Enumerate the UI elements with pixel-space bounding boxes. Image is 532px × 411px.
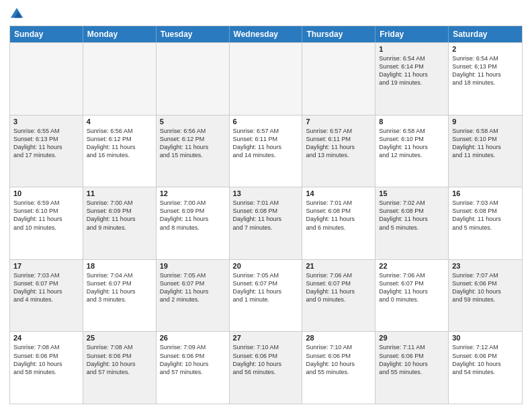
day-cell-11: 11Sunrise: 7:00 AM Sunset: 6:09 PM Dayli… (83, 187, 157, 259)
logo (9, 7, 26, 21)
day-number: 28 (306, 334, 371, 342)
day-cell-18: 18Sunrise: 7:04 AM Sunset: 6:07 PM Dayli… (83, 260, 157, 332)
day-number: 20 (233, 262, 299, 270)
day-number: 19 (160, 262, 226, 270)
day-cell-28: 28Sunrise: 7:10 AM Sunset: 6:06 PM Dayli… (302, 332, 375, 404)
calendar-row-1: 3Sunrise: 6:55 AM Sunset: 6:13 PM Daylig… (10, 115, 522, 187)
day-info: Sunrise: 7:00 AM Sunset: 6:09 PM Dayligh… (160, 199, 226, 232)
calendar-row-4: 24Sunrise: 7:08 AM Sunset: 6:06 PM Dayli… (10, 331, 522, 404)
day-cell-7: 7Sunrise: 6:57 AM Sunset: 6:11 PM Daylig… (302, 116, 375, 187)
day-of-week-sunday: Sunday (10, 26, 83, 42)
day-number: 27 (233, 334, 299, 342)
day-of-week-thursday: Thursday (302, 26, 375, 42)
day-of-week-friday: Friday (375, 26, 449, 42)
empty-cell (10, 43, 83, 115)
calendar: SundayMondayTuesdayWednesdayThursdayFrid… (9, 26, 523, 404)
day-number: 14 (306, 189, 371, 197)
day-cell-3: 3Sunrise: 6:55 AM Sunset: 6:13 PM Daylig… (10, 116, 83, 187)
day-cell-6: 6Sunrise: 6:57 AM Sunset: 6:11 PM Daylig… (230, 116, 303, 187)
day-info: Sunrise: 7:03 AM Sunset: 6:08 PM Dayligh… (452, 199, 519, 232)
calendar-row-2: 10Sunrise: 6:59 AM Sunset: 6:10 PM Dayli… (10, 187, 522, 259)
calendar-row-0: 1Sunrise: 6:54 AM Sunset: 6:14 PM Daylig… (10, 42, 522, 115)
day-cell-2: 2Sunrise: 6:54 AM Sunset: 6:13 PM Daylig… (449, 43, 522, 115)
day-cell-30: 30Sunrise: 7:12 AM Sunset: 6:06 PM Dayli… (449, 332, 522, 404)
day-info: Sunrise: 7:05 AM Sunset: 6:07 PM Dayligh… (160, 271, 226, 304)
day-cell-19: 19Sunrise: 7:05 AM Sunset: 6:07 PM Dayli… (157, 260, 230, 332)
page: SundayMondayTuesdayWednesdayThursdayFrid… (0, 0, 532, 411)
day-number: 17 (13, 262, 79, 270)
day-info: Sunrise: 7:03 AM Sunset: 6:07 PM Dayligh… (13, 271, 79, 304)
day-info: Sunrise: 6:54 AM Sunset: 6:13 PM Dayligh… (452, 54, 519, 87)
day-info: Sunrise: 6:54 AM Sunset: 6:14 PM Dayligh… (379, 54, 445, 87)
day-info: Sunrise: 6:57 AM Sunset: 6:11 PM Dayligh… (233, 127, 299, 160)
day-cell-24: 24Sunrise: 7:08 AM Sunset: 6:06 PM Dayli… (10, 332, 83, 404)
day-number: 23 (452, 262, 519, 270)
day-number: 30 (452, 334, 519, 342)
day-number: 6 (233, 118, 299, 126)
day-info: Sunrise: 7:07 AM Sunset: 6:06 PM Dayligh… (452, 271, 519, 304)
day-cell-27: 27Sunrise: 7:10 AM Sunset: 6:06 PM Dayli… (230, 332, 303, 404)
day-number: 21 (306, 262, 371, 270)
day-info: Sunrise: 7:01 AM Sunset: 6:08 PM Dayligh… (306, 199, 371, 232)
day-info: Sunrise: 7:08 AM Sunset: 6:06 PM Dayligh… (13, 343, 79, 376)
day-cell-5: 5Sunrise: 6:56 AM Sunset: 6:12 PM Daylig… (157, 116, 230, 187)
day-info: Sunrise: 6:56 AM Sunset: 6:12 PM Dayligh… (87, 127, 152, 160)
calendar-row-3: 17Sunrise: 7:03 AM Sunset: 6:07 PM Dayli… (10, 259, 522, 332)
day-info: Sunrise: 7:02 AM Sunset: 6:08 PM Dayligh… (379, 199, 445, 232)
day-cell-29: 29Sunrise: 7:11 AM Sunset: 6:06 PM Dayli… (375, 332, 449, 404)
day-cell-20: 20Sunrise: 7:05 AM Sunset: 6:07 PM Dayli… (230, 260, 303, 332)
day-info: Sunrise: 7:06 AM Sunset: 6:07 PM Dayligh… (306, 271, 371, 304)
empty-cell (83, 43, 157, 115)
empty-cell (157, 43, 230, 115)
day-cell-23: 23Sunrise: 7:07 AM Sunset: 6:06 PM Dayli… (449, 260, 522, 332)
day-info: Sunrise: 6:58 AM Sunset: 6:10 PM Dayligh… (452, 127, 519, 160)
day-info: Sunrise: 7:11 AM Sunset: 6:06 PM Dayligh… (379, 343, 445, 376)
day-info: Sunrise: 7:06 AM Sunset: 6:07 PM Dayligh… (379, 271, 445, 304)
day-number: 18 (87, 262, 152, 270)
day-number: 11 (87, 189, 152, 197)
day-info: Sunrise: 7:12 AM Sunset: 6:06 PM Dayligh… (452, 343, 519, 376)
calendar-body: 1Sunrise: 6:54 AM Sunset: 6:14 PM Daylig… (10, 42, 522, 404)
day-cell-12: 12Sunrise: 7:00 AM Sunset: 6:09 PM Dayli… (157, 187, 230, 259)
day-cell-15: 15Sunrise: 7:02 AM Sunset: 6:08 PM Dayli… (375, 187, 449, 259)
day-info: Sunrise: 7:10 AM Sunset: 6:06 PM Dayligh… (233, 343, 299, 376)
day-number: 7 (306, 118, 371, 126)
day-of-week-saturday: Saturday (449, 26, 522, 42)
day-number: 24 (13, 334, 79, 342)
day-cell-9: 9Sunrise: 6:58 AM Sunset: 6:10 PM Daylig… (449, 116, 522, 187)
day-number: 29 (379, 334, 445, 342)
empty-cell (230, 43, 303, 115)
day-number: 10 (13, 189, 79, 197)
day-cell-17: 17Sunrise: 7:03 AM Sunset: 6:07 PM Dayli… (10, 260, 83, 332)
day-number: 16 (452, 189, 519, 197)
day-of-week-wednesday: Wednesday (230, 26, 303, 42)
day-cell-21: 21Sunrise: 7:06 AM Sunset: 6:07 PM Dayli… (302, 260, 375, 332)
day-number: 4 (87, 118, 152, 126)
day-number: 8 (379, 118, 445, 126)
day-info: Sunrise: 6:56 AM Sunset: 6:12 PM Dayligh… (160, 127, 226, 160)
day-cell-14: 14Sunrise: 7:01 AM Sunset: 6:08 PM Dayli… (302, 187, 375, 259)
day-number: 5 (160, 118, 226, 126)
day-number: 15 (379, 189, 445, 197)
day-info: Sunrise: 7:09 AM Sunset: 6:06 PM Dayligh… (160, 343, 226, 376)
day-number: 13 (233, 189, 299, 197)
day-info: Sunrise: 7:00 AM Sunset: 6:09 PM Dayligh… (87, 199, 152, 232)
day-cell-13: 13Sunrise: 7:01 AM Sunset: 6:08 PM Dayli… (230, 187, 303, 259)
calendar-header: SundayMondayTuesdayWednesdayThursdayFrid… (10, 26, 522, 42)
header (9, 7, 523, 21)
day-info: Sunrise: 6:55 AM Sunset: 6:13 PM Dayligh… (13, 127, 79, 160)
day-number: 3 (13, 118, 79, 126)
day-number: 9 (452, 118, 519, 126)
day-number: 26 (160, 334, 226, 342)
day-cell-25: 25Sunrise: 7:08 AM Sunset: 6:06 PM Dayli… (83, 332, 157, 404)
day-of-week-tuesday: Tuesday (157, 26, 230, 42)
day-cell-8: 8Sunrise: 6:58 AM Sunset: 6:10 PM Daylig… (375, 116, 449, 187)
day-number: 25 (87, 334, 152, 342)
day-of-week-monday: Monday (83, 26, 157, 42)
day-cell-22: 22Sunrise: 7:06 AM Sunset: 6:07 PM Dayli… (375, 260, 449, 332)
day-cell-4: 4Sunrise: 6:56 AM Sunset: 6:12 PM Daylig… (83, 116, 157, 187)
day-cell-26: 26Sunrise: 7:09 AM Sunset: 6:06 PM Dayli… (157, 332, 230, 404)
day-info: Sunrise: 6:58 AM Sunset: 6:10 PM Dayligh… (379, 127, 445, 160)
day-info: Sunrise: 7:08 AM Sunset: 6:06 PM Dayligh… (87, 343, 152, 376)
day-number: 22 (379, 262, 445, 270)
